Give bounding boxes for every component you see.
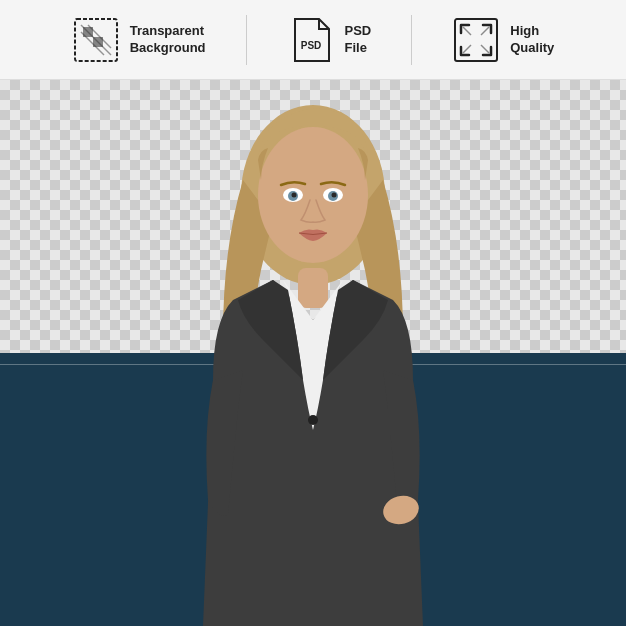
divider-2	[411, 15, 412, 65]
svg-line-5	[81, 25, 111, 55]
svg-line-10	[463, 27, 471, 35]
banner-item-quality: High Quality	[452, 16, 554, 64]
top-banner: Transparent Background PSD PSD File	[0, 0, 626, 80]
high-quality-icon	[452, 16, 500, 64]
svg-line-11	[481, 27, 489, 35]
banner-item-transparent: Transparent Background	[72, 16, 206, 64]
svg-rect-15	[298, 268, 328, 308]
image-area	[0, 80, 626, 626]
svg-point-16	[308, 415, 318, 425]
svg-text:PSD: PSD	[300, 40, 321, 51]
banner-item-psd: PSD PSD File	[287, 16, 372, 64]
divider-1	[246, 15, 247, 65]
main-container: Transparent Background PSD PSD File	[0, 0, 626, 626]
transparent-bg-icon	[72, 16, 120, 64]
svg-point-18	[258, 127, 368, 263]
transparent-bg-label: Transparent Background	[130, 23, 206, 57]
svg-point-23	[292, 193, 297, 198]
svg-line-13	[481, 45, 489, 53]
high-quality-label: High Quality	[510, 23, 554, 57]
psd-label: PSD File	[345, 23, 372, 57]
svg-line-12	[463, 45, 471, 53]
svg-point-24	[332, 193, 337, 198]
person-image	[153, 80, 473, 626]
psd-file-icon: PSD	[287, 16, 335, 64]
